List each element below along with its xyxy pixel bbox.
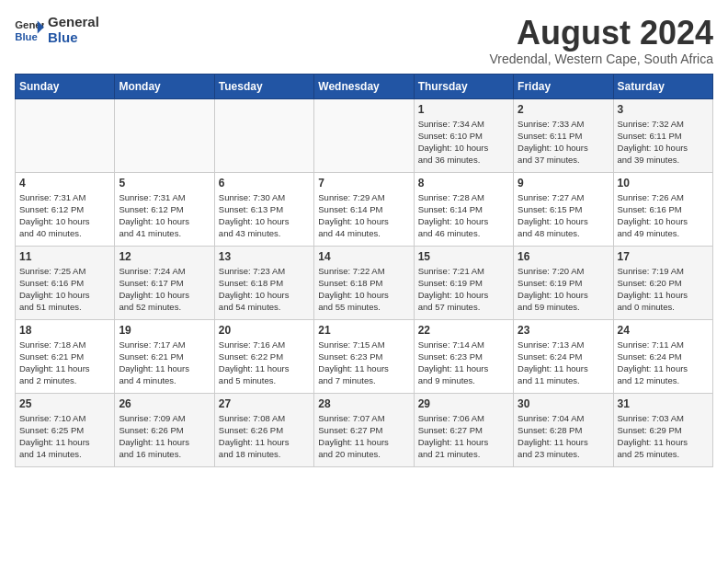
calendar-cell: 22Sunrise: 7:14 AM Sunset: 6:23 PM Dayli…	[414, 319, 513, 393]
calendar-cell: 10Sunrise: 7:26 AM Sunset: 6:16 PM Dayli…	[613, 172, 712, 246]
calendar-cell: 24Sunrise: 7:11 AM Sunset: 6:24 PM Dayli…	[613, 319, 712, 393]
calendar-table: SundayMondayTuesdayWednesdayThursdayFrid…	[15, 74, 713, 467]
day-header-saturday: Saturday	[613, 74, 712, 98]
calendar-header-row: SundayMondayTuesdayWednesdayThursdayFrid…	[16, 74, 713, 98]
calendar-cell: 26Sunrise: 7:09 AM Sunset: 6:26 PM Dayli…	[115, 393, 214, 466]
day-header-thursday: Thursday	[414, 74, 513, 98]
day-number: 18	[19, 324, 110, 337]
calendar-cell: 25Sunrise: 7:10 AM Sunset: 6:25 PM Dayli…	[16, 393, 115, 466]
calendar-cell: 27Sunrise: 7:08 AM Sunset: 6:26 PM Dayli…	[214, 393, 313, 466]
day-info: Sunrise: 7:03 AM Sunset: 6:29 PM Dayligh…	[618, 412, 709, 461]
day-number: 21	[318, 324, 409, 337]
day-info: Sunrise: 7:06 AM Sunset: 6:27 PM Dayligh…	[418, 412, 509, 461]
day-number: 12	[119, 250, 210, 263]
day-header-wednesday: Wednesday	[314, 74, 414, 98]
day-number: 3	[618, 103, 709, 116]
calendar-cell: 11Sunrise: 7:25 AM Sunset: 6:16 PM Dayli…	[16, 246, 115, 319]
calendar-week-row: 18Sunrise: 7:18 AM Sunset: 6:21 PM Dayli…	[16, 319, 713, 393]
day-info: Sunrise: 7:30 AM Sunset: 6:13 PM Dayligh…	[219, 191, 310, 240]
day-number: 19	[119, 324, 210, 337]
logo-general: General	[48, 15, 99, 30]
day-number: 30	[518, 397, 609, 410]
day-info: Sunrise: 7:13 AM Sunset: 6:24 PM Dayligh…	[518, 339, 609, 387]
day-number: 14	[318, 250, 409, 263]
day-header-sunday: Sunday	[16, 74, 115, 98]
calendar-cell: 29Sunrise: 7:06 AM Sunset: 6:27 PM Dayli…	[414, 393, 513, 466]
calendar-cell: 4Sunrise: 7:31 AM Sunset: 6:12 PM Daylig…	[16, 172, 115, 246]
day-info: Sunrise: 7:07 AM Sunset: 6:27 PM Dayligh…	[318, 412, 409, 461]
day-info: Sunrise: 7:14 AM Sunset: 6:23 PM Dayligh…	[418, 339, 509, 387]
day-info: Sunrise: 7:17 AM Sunset: 6:21 PM Dayligh…	[119, 339, 210, 387]
calendar-cell: 19Sunrise: 7:17 AM Sunset: 6:21 PM Dayli…	[115, 319, 214, 393]
day-info: Sunrise: 7:22 AM Sunset: 6:18 PM Dayligh…	[318, 265, 409, 314]
calendar-cell	[115, 98, 214, 172]
logo-icon: General Blue	[15, 17, 44, 43]
calendar-cell: 1Sunrise: 7:34 AM Sunset: 6:10 PM Daylig…	[414, 98, 513, 172]
location-subtitle: Vredendal, Western Cape, South Africa	[489, 52, 713, 66]
day-number: 6	[219, 177, 310, 190]
day-info: Sunrise: 7:04 AM Sunset: 6:28 PM Dayligh…	[518, 412, 609, 461]
day-number: 8	[418, 177, 509, 190]
calendar-cell: 15Sunrise: 7:21 AM Sunset: 6:19 PM Dayli…	[414, 246, 513, 319]
calendar-cell: 16Sunrise: 7:20 AM Sunset: 6:19 PM Dayli…	[514, 246, 613, 319]
calendar-cell: 2Sunrise: 7:33 AM Sunset: 6:11 PM Daylig…	[514, 98, 613, 172]
calendar-cell: 23Sunrise: 7:13 AM Sunset: 6:24 PM Dayli…	[514, 319, 613, 393]
logo-blue: Blue	[48, 30, 99, 46]
day-number: 24	[618, 324, 709, 337]
day-info: Sunrise: 7:15 AM Sunset: 6:23 PM Dayligh…	[318, 339, 409, 387]
day-info: Sunrise: 7:16 AM Sunset: 6:22 PM Dayligh…	[219, 339, 310, 387]
page-header: General Blue General Blue August 2024 Vr…	[15, 15, 713, 66]
day-info: Sunrise: 7:10 AM Sunset: 6:25 PM Dayligh…	[19, 412, 110, 461]
calendar-cell: 5Sunrise: 7:31 AM Sunset: 6:12 PM Daylig…	[115, 172, 214, 246]
day-info: Sunrise: 7:31 AM Sunset: 6:12 PM Dayligh…	[19, 191, 110, 240]
logo: General Blue General Blue	[15, 15, 99, 45]
day-number: 2	[518, 103, 609, 116]
day-info: Sunrise: 7:19 AM Sunset: 6:20 PM Dayligh…	[618, 265, 709, 314]
calendar-cell	[214, 98, 313, 172]
day-info: Sunrise: 7:08 AM Sunset: 6:26 PM Dayligh…	[219, 412, 310, 461]
day-info: Sunrise: 7:24 AM Sunset: 6:17 PM Dayligh…	[119, 265, 210, 314]
calendar-week-row: 11Sunrise: 7:25 AM Sunset: 6:16 PM Dayli…	[16, 246, 713, 319]
calendar-week-row: 1Sunrise: 7:34 AM Sunset: 6:10 PM Daylig…	[16, 98, 713, 172]
day-number: 22	[418, 324, 509, 337]
day-info: Sunrise: 7:20 AM Sunset: 6:19 PM Dayligh…	[518, 265, 609, 314]
day-number: 29	[418, 397, 509, 410]
day-info: Sunrise: 7:32 AM Sunset: 6:11 PM Dayligh…	[618, 118, 709, 167]
day-number: 28	[318, 397, 409, 410]
day-info: Sunrise: 7:31 AM Sunset: 6:12 PM Dayligh…	[119, 191, 210, 240]
day-number: 5	[119, 177, 210, 190]
calendar-cell: 28Sunrise: 7:07 AM Sunset: 6:27 PM Dayli…	[314, 393, 414, 466]
day-info: Sunrise: 7:29 AM Sunset: 6:14 PM Dayligh…	[318, 191, 409, 240]
calendar-cell: 18Sunrise: 7:18 AM Sunset: 6:21 PM Dayli…	[16, 319, 115, 393]
calendar-cell: 12Sunrise: 7:24 AM Sunset: 6:17 PM Dayli…	[115, 246, 214, 319]
day-number: 15	[418, 250, 509, 263]
day-number: 26	[119, 397, 210, 410]
calendar-cell: 13Sunrise: 7:23 AM Sunset: 6:18 PM Dayli…	[214, 246, 313, 319]
day-info: Sunrise: 7:11 AM Sunset: 6:24 PM Dayligh…	[618, 339, 709, 387]
calendar-cell: 17Sunrise: 7:19 AM Sunset: 6:20 PM Dayli…	[613, 246, 712, 319]
calendar-cell: 31Sunrise: 7:03 AM Sunset: 6:29 PM Dayli…	[613, 393, 712, 466]
day-number: 1	[418, 103, 509, 116]
calendar-cell: 7Sunrise: 7:29 AM Sunset: 6:14 PM Daylig…	[314, 172, 414, 246]
day-number: 13	[219, 250, 310, 263]
day-number: 20	[219, 324, 310, 337]
calendar-week-row: 25Sunrise: 7:10 AM Sunset: 6:25 PM Dayli…	[16, 393, 713, 466]
day-number: 31	[618, 397, 709, 410]
calendar-cell: 14Sunrise: 7:22 AM Sunset: 6:18 PM Dayli…	[314, 246, 414, 319]
calendar-cell: 8Sunrise: 7:28 AM Sunset: 6:14 PM Daylig…	[414, 172, 513, 246]
day-info: Sunrise: 7:26 AM Sunset: 6:16 PM Dayligh…	[618, 191, 709, 240]
calendar-cell: 30Sunrise: 7:04 AM Sunset: 6:28 PM Dayli…	[514, 393, 613, 466]
calendar-cell	[16, 98, 115, 172]
calendar-week-row: 4Sunrise: 7:31 AM Sunset: 6:12 PM Daylig…	[16, 172, 713, 246]
title-block: August 2024 Vredendal, Western Cape, Sou…	[489, 15, 713, 66]
day-number: 27	[219, 397, 310, 410]
day-number: 17	[618, 250, 709, 263]
calendar-cell: 3Sunrise: 7:32 AM Sunset: 6:11 PM Daylig…	[613, 98, 712, 172]
calendar-cell: 20Sunrise: 7:16 AM Sunset: 6:22 PM Dayli…	[214, 319, 313, 393]
day-number: 11	[19, 250, 110, 263]
day-header-friday: Friday	[514, 74, 613, 98]
day-number: 23	[518, 324, 609, 337]
day-info: Sunrise: 7:28 AM Sunset: 6:14 PM Dayligh…	[418, 191, 509, 240]
day-info: Sunrise: 7:23 AM Sunset: 6:18 PM Dayligh…	[219, 265, 310, 314]
day-info: Sunrise: 7:34 AM Sunset: 6:10 PM Dayligh…	[418, 118, 509, 167]
